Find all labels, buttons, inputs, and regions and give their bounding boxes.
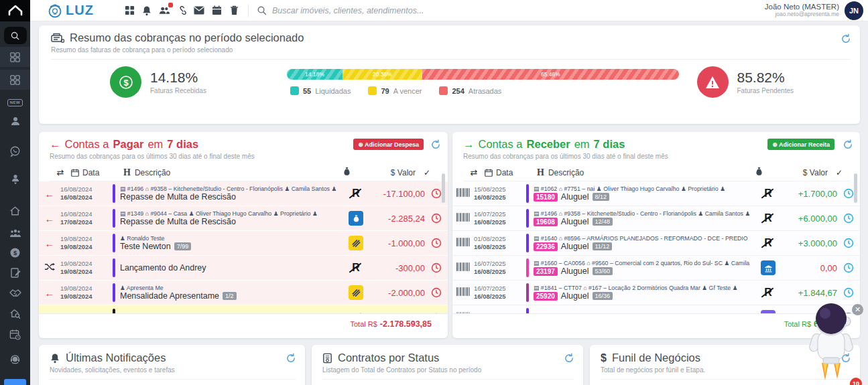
arrow-right-icon: → [463,138,475,151]
sidebar-item-search[interactable] [0,25,30,46]
apps-grid-icon[interactable] [124,5,135,16]
no-remittance-icon[interactable]: R [757,237,780,249]
clock-icon[interactable] [425,313,448,314]
no-remittance-icon[interactable]: R [345,312,367,314]
table-row[interactable]: ← 19/08/202419/08/2024 ♟ Apresenta MeMen… [39,281,448,305]
no-remittance-icon[interactable]: R [757,187,780,200]
clock-icon[interactable] [837,213,860,224]
refresh-icon[interactable] [286,353,296,364]
header-quick-actions [124,5,240,16]
money-bag-blue-icon[interactable] [345,211,367,226]
receivables-column-header: ⇄ Data HDescrição $ Valor ✓ [463,164,851,181]
sidebar-item-contracts[interactable] [0,262,30,283]
whatsapp-icon [9,145,21,157]
contracts-title-row: Contratos por Status [322,352,574,364]
search-input[interactable] [272,6,500,15]
clock-icon[interactable] [837,238,860,248]
sidebar-item-property-search[interactable] [0,303,30,323]
sidebar-item-person-pin[interactable] [0,169,30,189]
sidebar-item-whatsapp[interactable] [0,141,30,161]
brand-logo[interactable]: LUZ [47,3,94,19]
add-income-button[interactable]: Adicionar Receita [767,139,834,150]
sidebar-item-schedule[interactable] [0,324,30,344]
mail-icon[interactable] [194,5,205,16]
category-bar [113,258,115,277]
contracts-subtitle: Listagem do Total de Contratos por Statu… [322,366,574,374]
table-row[interactable]: 01/08/202516/08/2025 ▤ #1640 ⌂ #8596 – A… [452,231,860,256]
new-badge: NEW [7,99,23,106]
search-icon [4,27,27,44]
no-remittance-icon[interactable]: R [345,262,367,274]
bell-icon [50,353,60,364]
sidebar-item-support[interactable] [0,350,30,370]
clock-icon[interactable] [425,238,448,248]
table-row[interactable]: ← 16/08/202416/08/2024 ▤ #1496 ⌂ #9358 –… [39,181,448,206]
add-expense-button[interactable]: Adicionar Despesa [353,139,424,150]
avatar[interactable]: JN [845,1,863,20]
no-remittance-icon[interactable]: R [757,212,780,224]
receivables-table-body: 15/08/202516/08/2025 ▤ #1062 ⌂ #7751 – n… [452,181,860,313]
table-row[interactable]: 16/07/202516/08/2025 ▤ #1660 – CA0056 ⌂ … [452,256,860,281]
installment-badge: 8/12 [593,193,610,201]
clock-icon[interactable] [425,287,448,298]
category-bar [113,309,115,314]
swap-icon: ⇄ [463,167,485,177]
row-value: +6.000,00 [780,214,837,224]
category-bar [526,234,529,252]
table-row[interactable]: 19/08/202419/08/2024 Lançamento do Andre… [39,256,448,281]
table-row[interactable]: 16/07/202516/08/2025 ▤ #1841 – CTT07 ⌂ #… [452,281,860,305]
trash-icon[interactable] [229,5,240,16]
no-remittance-icon[interactable]: R [757,287,780,299]
scrollbar[interactable] [442,173,445,203]
payables-table-body: ← 16/08/202416/08/2024 ▤ #1496 ⌂ #9358 –… [39,181,448,313]
category-bar [526,308,529,313]
table-row[interactable]: 16/04/2025 ▤ #1984 ⌂ #8982 – Casa Preta … [452,305,860,313]
calendar-icon[interactable] [211,5,223,16]
sidebar-item-people-group[interactable] [0,223,30,243]
sidebar-item-news[interactable]: NEW [0,92,30,112]
table-row[interactable]: 15/08/202516/08/2025 ▤ #1062 ⌂ #7751 – n… [452,181,860,206]
link-icon[interactable] [176,5,188,16]
bell-icon[interactable] [141,5,153,16]
table-row[interactable]: 16/07/202516/08/2025 ▤ #1496 ⌂ #9358 – K… [452,206,860,231]
sidebar-item-deals[interactable] [0,283,30,303]
clock-icon[interactable] [837,262,860,273]
table-row[interactable]: ← 19/08/202419/08/2024 ♟ Ronaldo TesteTe… [39,231,448,256]
purple-action-icon[interactable] [757,310,780,313]
astronaut-illustration [803,300,860,385]
user-info[interactable]: João Neto (MASTER) joao.neto@apresenta.m… [765,3,839,18]
invoice-id-badge: 22936 [534,242,558,251]
refresh-icon[interactable] [841,33,851,44]
check-icon: ✓ [828,168,851,177]
notification-badge [168,3,173,7]
bank-icon[interactable] [757,260,780,275]
sidebar-item-partial[interactable] [4,379,26,385]
contracts-card: Contratos por Status Listagem do Total d… [312,345,583,385]
sidebar-item-finance[interactable]: $ [0,242,30,262]
outgoing-arrow-icon: ← [39,188,60,200]
person-icon [10,116,21,127]
table-row[interactable]: 20/08/2024 ▤ #1687 ⌂ #9386 – Casa com 3 … [39,305,448,313]
no-remittance-icon[interactable]: R [345,187,367,200]
sidebar-item-home[interactable] [0,201,30,221]
sidebar-item-panels[interactable] [0,70,30,90]
clock-icon[interactable] [425,262,448,273]
sidebar-item-profile[interactable] [0,111,30,131]
table-row[interactable]: ← 16/08/202417/08/2024 ▤ #1349 ⌂ #9044 –… [39,206,448,231]
refresh-icon[interactable] [564,353,574,364]
scrollbar[interactable] [854,173,857,203]
invoice-progress: 14.18% 20.36% 65.46% 55Liquidadas 79A ve… [287,69,679,95]
app-logo[interactable] [0,0,30,21]
refresh-icon[interactable] [430,139,441,150]
clock-icon[interactable] [425,213,448,224]
users-icon[interactable] [159,5,170,16]
sidebar-item-dashboard[interactable] [0,47,30,67]
pending-summary: 85.82% Faturas Pendentes [697,66,794,98]
clock-icon[interactable] [837,287,860,298]
payables-column-header: ⇄ Data HDescrição $ Valor ✓ [50,164,438,181]
close-icon[interactable]: ✕ [852,304,863,315]
bank-brasil-icon[interactable] [345,285,367,300]
category-bar [113,234,115,252]
bank-brasil-icon[interactable] [345,236,367,250]
refresh-icon[interactable] [843,139,853,150]
